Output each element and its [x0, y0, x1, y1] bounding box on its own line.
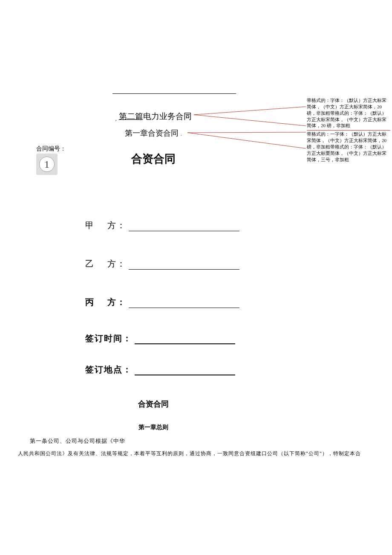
chapter-title: 第一章总则 [0, 424, 307, 431]
party-a-label: 甲 [85, 221, 95, 230]
format-comment-block: 带格式的：字体：（默认）方正大标宋简体，（中文）方正大标宋简体，20 磅，非加粗… [307, 97, 390, 164]
sign-place-label: 签订地点： [85, 365, 132, 374]
revision-mark-icon: , [115, 115, 117, 122]
section-number: 第二篇 [119, 112, 143, 121]
format-comment-1: 带格式的：字体：（默认）方正大标宋简体，（中文）方正大标宋简体，20 磅，非加粗… [307, 97, 390, 131]
sign-time-blank [135, 343, 235, 344]
section-name: 电力业务合同 [143, 112, 192, 121]
party-b-label: 乙 [85, 259, 95, 268]
chapter-heading: 第一章合资合同 [125, 129, 179, 137]
sign-time-row: 签订时间： [85, 333, 235, 344]
sign-place-row: 签订地点： [85, 364, 235, 375]
sign-place-blank [135, 375, 235, 375]
section-title-level-1: , 第二篇电力业务合同 [0, 111, 307, 122]
party-b-blank [129, 269, 239, 270]
body-paragraph-1: 第一条公司、公司与公司根据《中华 [30, 437, 125, 445]
document-main-title: 合资合同 [0, 151, 307, 166]
party-a-blank [129, 231, 239, 231]
subtitle: 合资合同 [0, 399, 307, 409]
party-b-row: 乙方： [85, 258, 239, 270]
party-c-blank [129, 308, 239, 308]
party-suffix: 方： [107, 297, 126, 307]
party-suffix: 方： [107, 259, 126, 268]
party-c-label: 丙 [85, 297, 95, 307]
body-paragraph-2: 人民共和国公司法》及有关法律、法规等规定，本着平等互利的原则，通过协商，一致同意… [18, 450, 384, 457]
party-suffix: 方： [107, 221, 126, 230]
format-comment-2: 带格式的：一字体：（默认）方正大标宋简体，（中文）方正大标宋简体，20 磅，非加… [307, 131, 390, 164]
top-divider-line [112, 93, 236, 94]
sign-time-label: 签订时间： [85, 334, 132, 343]
party-c-row: 丙方： [85, 296, 239, 308]
document-page: 合同编号： 1 , 第二篇电力业务合同 第一章合资合同 . 合资合同 甲方： 乙… [0, 0, 392, 555]
revision-mark-icon: . [181, 131, 182, 137]
section-title-level-2: 第一章合资合同 . [0, 128, 307, 138]
party-a-row: 甲方： [85, 220, 239, 231]
